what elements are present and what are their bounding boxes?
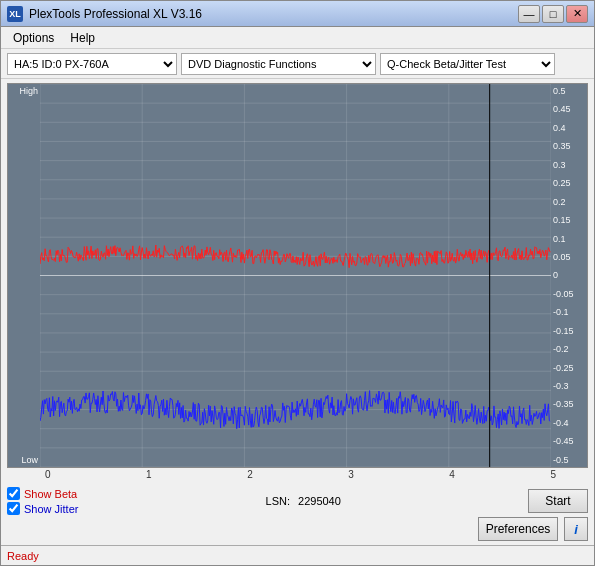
- show-beta-label: Show Beta: [24, 488, 77, 500]
- x-axis: 0 1 2 3 4 5: [7, 468, 588, 481]
- test-select[interactable]: Q-Check Beta/Jitter Test: [380, 53, 555, 75]
- menu-bar: Options Help: [1, 27, 594, 49]
- info-icon: i: [574, 522, 578, 537]
- high-label: High: [19, 86, 38, 96]
- status-text: Ready: [7, 550, 39, 562]
- show-beta-item: Show Beta: [7, 487, 78, 500]
- show-jitter-label: Show Jitter: [24, 503, 78, 515]
- chart-canvas: [40, 84, 551, 467]
- show-beta-checkbox[interactable]: [7, 487, 20, 500]
- function-select[interactable]: DVD Diagnostic Functions: [181, 53, 376, 75]
- menu-help[interactable]: Help: [62, 29, 103, 47]
- title-bar: XL PlexTools Professional XL V3.16 — □ ✕: [1, 1, 594, 27]
- close-button[interactable]: ✕: [566, 5, 588, 23]
- bottom-bar: Show Beta Show Jitter LSN: 2295040 Start…: [1, 483, 594, 545]
- chart-area: High Low 0.5 0.45 0.4 0.35 0.3: [1, 79, 594, 483]
- chart-container: High Low 0.5 0.45 0.4 0.35 0.3: [7, 83, 588, 468]
- lsn-info: LSN: 2295040: [266, 495, 341, 507]
- maximize-button[interactable]: □: [542, 5, 564, 23]
- window-title: PlexTools Professional XL V3.16: [29, 7, 202, 21]
- info-button[interactable]: i: [564, 517, 588, 541]
- low-label: Low: [21, 455, 38, 465]
- show-jitter-checkbox[interactable]: [7, 502, 20, 515]
- bottom-row1: Show Beta Show Jitter LSN: 2295040 Start: [7, 487, 588, 515]
- checkbox-group: Show Beta Show Jitter: [7, 487, 78, 515]
- lsn-value: 2295040: [298, 495, 341, 507]
- menu-options[interactable]: Options: [5, 29, 62, 47]
- toolbar: HA:5 ID:0 PX-760A DVD Diagnostic Functio…: [1, 49, 594, 79]
- start-button[interactable]: Start: [528, 489, 588, 513]
- show-jitter-item: Show Jitter: [7, 502, 78, 515]
- title-bar-left: XL PlexTools Professional XL V3.16: [7, 6, 202, 22]
- window-controls: — □ ✕: [518, 5, 588, 23]
- minimize-button[interactable]: —: [518, 5, 540, 23]
- main-window: XL PlexTools Professional XL V3.16 — □ ✕…: [0, 0, 595, 566]
- drive-select[interactable]: HA:5 ID:0 PX-760A: [7, 53, 177, 75]
- lsn-label: LSN:: [266, 495, 290, 507]
- status-bar: Ready: [1, 545, 594, 565]
- app-icon: XL: [7, 6, 23, 22]
- y-axis-left: High Low: [8, 84, 40, 467]
- bottom-row2: Preferences i: [7, 517, 588, 541]
- y-axis-right: 0.5 0.45 0.4 0.35 0.3 0.25 0.2 0.15 0.1 …: [551, 84, 587, 467]
- preferences-button[interactable]: Preferences: [478, 517, 558, 541]
- chart-plot: [40, 84, 551, 467]
